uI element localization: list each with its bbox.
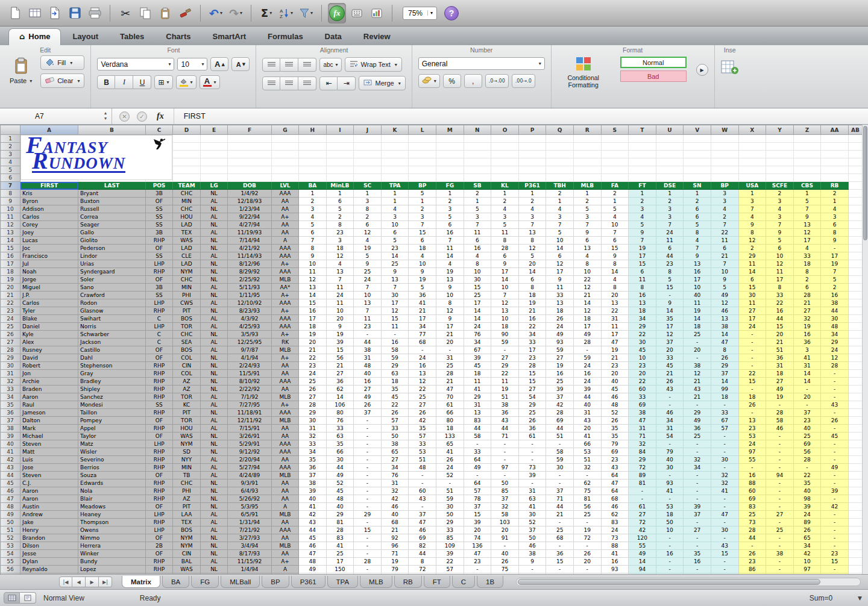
cell[interactable]: DOB [228,182,272,190]
cell[interactable]: 37 [464,503,491,511]
cell[interactable]: 32 [793,315,821,323]
cell[interactable]: 37 [354,409,382,417]
cell[interactable]: 30 [711,526,738,534]
cell[interactable]: SS [146,292,173,299]
cell[interactable]: Henry [20,526,78,534]
cell[interactable]: 21 [299,346,327,354]
insert-function-button[interactable]: fx [157,111,164,121]
cell[interactable]: 60 [409,487,436,495]
cell[interactable]: 35 [601,425,629,433]
cell[interactable]: 24 [793,511,821,519]
cell[interactable]: WAS [173,566,201,573]
cell[interactable]: 68 [601,495,629,503]
cell[interactable]: AL [201,511,228,519]
cell[interactable]: 36 [518,425,546,433]
cell[interactable]: 10 [464,268,491,276]
cell[interactable]: RHP [146,362,173,370]
cell[interactable]: 43 [573,417,601,425]
cell[interactable]: 2 [601,190,629,198]
cell[interactable]: 28 [573,339,601,346]
cell[interactable]: 49 [821,464,849,472]
cell[interactable]: - [546,440,574,448]
cell[interactable]: Blake [20,315,78,323]
cell[interactable] [629,158,656,166]
cell[interactable]: 1 [684,190,711,198]
cell[interactable] [326,174,354,182]
cell[interactable]: 22 [409,386,436,393]
cell[interactable]: 2 [793,276,821,284]
cell[interactable]: MLB [573,182,601,190]
cell[interactable]: 35 [409,425,436,433]
cell[interactable]: 17 [573,323,601,331]
cell[interactable]: 18 [409,245,436,252]
cell[interactable]: 22 [573,276,601,284]
cell[interactable]: 70 [436,393,464,401]
cell[interactable]: 16 [684,558,711,566]
cell[interactable]: - [738,362,766,370]
cell[interactable] [436,151,464,158]
cell[interactable]: 34 [299,448,327,456]
cell[interactable]: Alex [20,339,78,346]
cell[interactable]: 40 [684,292,711,299]
cell[interactable]: 61 [629,503,656,511]
cell[interactable]: 73 [601,534,629,542]
cell[interactable]: 87 [436,573,464,575]
cell[interactable]: Steven [20,472,78,479]
cell[interactable]: 1 [381,198,409,205]
cell[interactable]: Marco [20,573,78,575]
cell[interactable]: 54 [518,393,546,401]
cell[interactable]: 9/12/92 [228,448,272,456]
cell[interactable]: - [711,519,738,526]
cell[interactable]: 30 [299,417,327,425]
cell[interactable]: 49 [629,550,656,558]
row-header-16[interactable]: 16 [1,252,20,260]
cell[interactable]: MLB [272,417,299,425]
cell[interactable]: 6 [491,252,519,260]
insert-cells-icon[interactable] [721,59,739,77]
copy-button[interactable] [136,3,154,23]
cell[interactable]: 48 [326,495,354,503]
cell[interactable]: 19 [766,393,794,401]
cell[interactable] [848,292,862,299]
cell[interactable]: 45 [299,534,327,542]
cell[interactable]: 5 [409,284,436,292]
cell[interactable]: 48 [409,464,436,472]
cell[interactable] [272,151,299,158]
undo-button[interactable]: ↶▾ [207,3,225,23]
cell[interactable]: 44 [821,307,849,315]
cell[interactable]: 12/25/95 [228,339,272,346]
cell[interactable]: - [629,487,656,495]
cell[interactable]: 48 [821,323,849,331]
cell[interactable]: SD [173,448,201,456]
cell[interactable]: Schwarber [78,331,146,339]
cell[interactable] [711,151,738,158]
cell[interactable]: Steven [20,440,78,448]
first-sheet-button[interactable]: |◀ [59,576,72,587]
cell[interactable] [821,151,849,158]
cell[interactable]: - [464,573,491,575]
cell[interactable]: - [656,534,684,542]
cell[interactable] [793,166,821,174]
cell[interactable]: 17 [491,268,519,276]
cell[interactable]: 14 [793,378,821,386]
cell[interactable]: 9 [793,213,821,221]
cell[interactable]: 4 [821,205,849,213]
cell[interactable]: 14 [464,307,491,315]
cell[interactable]: 13 [601,299,629,307]
cell[interactable]: 12 [573,284,601,292]
cell[interactable]: 14 [684,315,711,323]
bold-button[interactable]: B [97,75,115,89]
cell[interactable]: 4 [684,237,711,245]
cell[interactable]: 44 [546,503,574,511]
cell[interactable]: COL [173,354,201,362]
cell[interactable]: 63 [326,433,354,440]
cell[interactable]: 25 [546,526,574,534]
cell[interactable] [793,151,821,158]
cell[interactable]: 83 [326,534,354,542]
cell[interactable]: 3 [381,213,409,221]
cell[interactable]: 4 [354,237,382,245]
ribbon-tab-charts[interactable]: Charts [156,29,201,45]
cell[interactable]: 31 [573,409,601,417]
cell[interactable]: 41 [518,503,546,511]
cell[interactable]: OF [146,245,173,252]
